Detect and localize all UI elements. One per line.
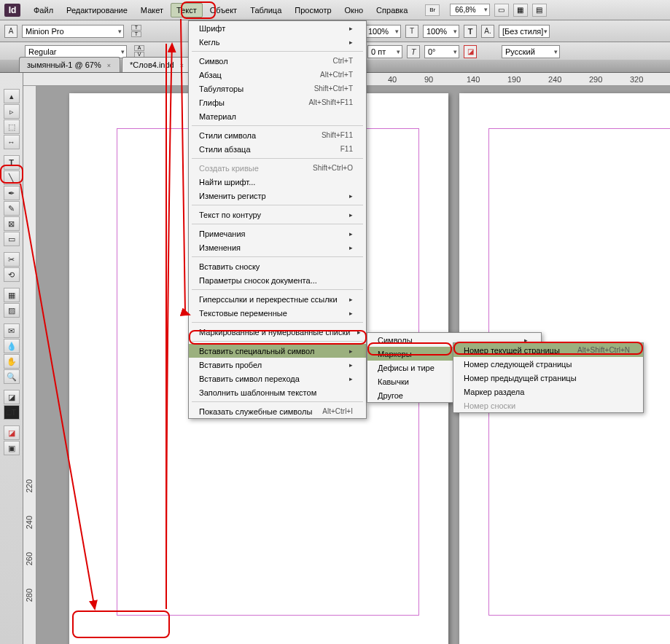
screen-mode-btn[interactable]: ▭: [494, 4, 509, 17]
fill-icon[interactable]: ◪: [464, 45, 477, 58]
scale-h-field[interactable]: 100%: [365, 25, 401, 38]
doc-tab-2[interactable]: *Cлов4.indd×: [122, 57, 193, 72]
type-tool[interactable]: T: [4, 155, 20, 170]
menu-item-label: Изменения: [199, 243, 241, 252]
menu-item-label: Символы: [378, 336, 413, 345]
menu-item[interactable]: Заполнить шаблонным текстом: [189, 385, 366, 399]
menu-item[interactable]: Маркированные и нумерованные списки: [189, 325, 366, 339]
menu-item[interactable]: Стили символаShift+F11: [189, 128, 366, 142]
shortcut-label: Alt+Shift+Ctrl+N: [577, 346, 630, 354]
menu-item[interactable]: Вставить символ перехода: [189, 372, 366, 385]
gap-tool[interactable]: ↔: [4, 135, 20, 149]
menu-item[interactable]: Найти шрифт...: [189, 175, 366, 189]
menu-item-label: Текстовые переменные: [199, 309, 287, 318]
ruler-tick: 90: [424, 75, 433, 84]
menu-item[interactable]: Изменить регистр: [189, 189, 366, 203]
leading-icons[interactable]: AV: [134, 45, 144, 58]
menu-item[interactable]: Кегль: [189, 35, 366, 49]
char-panel-icon[interactable]: A: [4, 25, 17, 38]
screen-mode[interactable]: ▣: [4, 441, 20, 455]
menu-text[interactable]: Текст: [171, 3, 203, 17]
menu-file[interactable]: Файл: [28, 3, 59, 17]
selection-tool[interactable]: ▴: [4, 89, 20, 103]
ruler-tick: 290: [589, 75, 602, 84]
menu-item[interactable]: Показать служебные символыAlt+Ctrl+I: [189, 404, 366, 418]
baseline-field[interactable]: 0 пт: [367, 45, 402, 58]
markers-submenu: Номер текущей страницыAlt+Shift+Ctrl+NНо…: [453, 342, 644, 413]
menu-item[interactable]: Стили абзацаF11: [189, 142, 366, 156]
ruler-tick: 190: [507, 75, 521, 84]
font-weight-field[interactable]: Regular: [25, 45, 127, 58]
font-family-field[interactable]: Minion Pro: [22, 25, 124, 38]
menu-item-label: Маркер раздела: [464, 388, 524, 396]
eyedropper-tool[interactable]: 💧: [4, 339, 20, 353]
tab-label: зымянный-1 @ 67%: [27, 60, 101, 69]
menu-layout[interactable]: Макет: [135, 3, 169, 17]
gradient-feather-tool[interactable]: ▨: [4, 303, 20, 318]
close-icon[interactable]: ×: [107, 62, 111, 69]
menu-window[interactable]: Окно: [339, 3, 370, 17]
menu-item-label: Номер сноски: [464, 401, 515, 410]
close-icon[interactable]: ×: [180, 62, 184, 69]
fill-stroke[interactable]: ◪: [4, 390, 20, 404]
menu-item[interactable]: Маркер раздела: [453, 385, 643, 398]
menu-item[interactable]: Текст по контуру: [189, 208, 366, 221]
skew-field[interactable]: 0°: [424, 45, 459, 58]
menu-item-label: Маркированные и нумерованные списки: [199, 328, 350, 337]
menu-item[interactable]: Номер текущей страницыAlt+Shift+Ctrl+N: [453, 343, 643, 357]
menu-item[interactable]: ТабуляторыShift+Ctrl+T: [189, 82, 366, 95]
menu-item[interactable]: АбзацAlt+Ctrl+T: [189, 68, 366, 82]
menu-item[interactable]: Изменения: [189, 240, 366, 254]
shortcut-label: Shift+F11: [322, 131, 353, 139]
arrange-btn[interactable]: ▦: [513, 4, 528, 17]
menu-item[interactable]: Шрифт: [189, 21, 366, 35]
scissors-tool[interactable]: ✂: [4, 252, 20, 267]
menu-item[interactable]: Вставить специальный символ: [189, 344, 366, 358]
zoom-tool[interactable]: 🔍: [4, 369, 20, 384]
hand-tool[interactable]: ✋: [4, 354, 20, 369]
char-style-icon[interactable]: A.: [481, 25, 494, 38]
frame-tool[interactable]: ⊠: [4, 216, 20, 231]
zoom-level[interactable]: 66,8%: [450, 4, 489, 16]
language-field[interactable]: Русский: [502, 45, 560, 58]
menu-item[interactable]: Номер предыдущей страницы: [453, 371, 643, 385]
skew-icon: T: [407, 45, 420, 58]
transform-tool[interactable]: ⟲: [4, 267, 20, 282]
menu-edit[interactable]: Редактирование: [61, 3, 133, 17]
line-tool[interactable]: ╲: [4, 170, 20, 185]
tab-label: *Cлов4.indd: [130, 60, 174, 69]
pen-tool[interactable]: ✒: [4, 186, 20, 200]
page-tool[interactable]: ⬚: [4, 119, 20, 134]
char-style-field[interactable]: [Без стиля]: [499, 25, 550, 38]
menu-item[interactable]: Гиперссылки и перекрестные ссылки: [189, 292, 366, 306]
doc-tab-1[interactable]: зымянный-1 @ 67%×: [19, 57, 120, 72]
workspace-btn[interactable]: ▤: [532, 4, 547, 17]
pencil-tool[interactable]: ✎: [4, 201, 20, 216]
scale-v-field[interactable]: 100%: [423, 25, 459, 38]
menu-item[interactable]: Номер следующей страницы: [453, 357, 643, 371]
apply-color[interactable]: □T: [4, 405, 20, 420]
gradient-tool[interactable]: ▦: [4, 288, 20, 302]
menu-item[interactable]: ГлифыAlt+Shift+F11: [189, 95, 366, 109]
bold-icon[interactable]: T: [464, 25, 477, 38]
menu-object[interactable]: Объект: [204, 3, 243, 17]
menu-item[interactable]: Вставить сноску: [189, 259, 366, 273]
bridge-button[interactable]: Br: [425, 4, 440, 16]
view-mode[interactable]: ◪: [4, 425, 20, 440]
menu-item[interactable]: Текстовые переменные: [189, 306, 366, 320]
menu-help[interactable]: Справка: [370, 3, 413, 17]
menu-item[interactable]: Параметры сносок документа...: [189, 273, 366, 287]
note-tool[interactable]: ✉: [4, 323, 20, 338]
ruler-tick: 320: [630, 75, 643, 84]
menu-item[interactable]: Вставить пробел: [189, 358, 366, 372]
shortcut-label: Shift+Ctrl+O: [313, 164, 353, 172]
menu-table[interactable]: Таблица: [244, 3, 287, 17]
menu-item[interactable]: Примечания: [189, 227, 366, 240]
direct-selection-tool[interactable]: ▹: [4, 104, 20, 119]
menu-item[interactable]: СимволCtrl+T: [189, 54, 366, 68]
tt-icons[interactable]: TT: [131, 25, 141, 37]
ruler-vertical: 220 240 260 280: [23, 86, 36, 644]
rectangle-tool[interactable]: ▭: [4, 232, 20, 246]
menu-item[interactable]: Материал: [189, 109, 366, 123]
menu-view[interactable]: Просмотр: [289, 3, 337, 17]
